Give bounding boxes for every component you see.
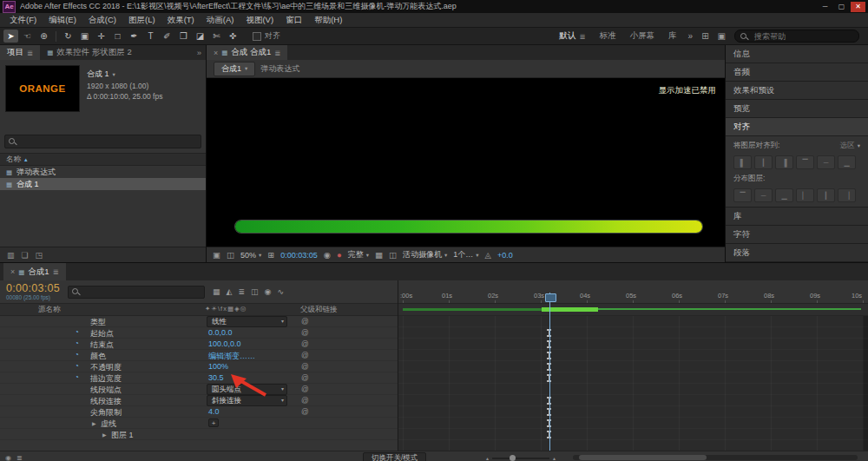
current-time-indicator[interactable] <box>549 293 550 451</box>
zoom-track[interactable] <box>492 458 549 459</box>
align-button[interactable]: ▔ <box>796 155 814 169</box>
shape-tool-icon[interactable]: □ <box>110 30 125 43</box>
timeline-option-icon[interactable]: ◉ <box>265 287 272 296</box>
property-value[interactable]: 0.0,0.0 <box>208 328 233 337</box>
align-to-dropdown[interactable]: 选区 ▾ <box>840 141 860 151</box>
toggle-switches-modes-button[interactable]: 切换开关/模式 <box>363 452 426 461</box>
stopwatch-icon[interactable]: ◔ <box>75 362 79 370</box>
timeline-corner-icon[interactable]: ◉ <box>5 454 11 461</box>
line-cap-dropdown[interactable]: 圆头端点 <box>207 384 287 395</box>
menu-item[interactable]: 图层(L) <box>122 13 161 27</box>
snapshot-icon[interactable]: ◉ <box>324 250 331 260</box>
property-link-icon[interactable]: @ <box>301 407 309 416</box>
panel-header[interactable]: 段落 <box>726 244 868 262</box>
align-button[interactable]: ─ <box>817 155 835 169</box>
minimize-button[interactable]: ─ <box>818 2 832 12</box>
zoom-in-icon[interactable]: ▴ <box>553 455 556 461</box>
timeline-option-icon[interactable]: ◫ <box>251 287 259 296</box>
property-row-line-join[interactable]: 线段连接 斜接连接 @ <box>0 395 398 406</box>
type-dropdown[interactable]: 线性 <box>207 316 287 327</box>
property-link-icon[interactable]: @ <box>301 396 309 405</box>
property-link-icon[interactable]: @ <box>301 362 309 371</box>
timeline-tab-comp1[interactable]: × ▦ 合成1 ≣ <box>3 263 66 280</box>
sync-settings-icon[interactable]: ▣ <box>714 31 729 41</box>
add-dash-button[interactable]: + <box>208 418 219 427</box>
selection-tool-icon[interactable]: ➤ <box>3 30 18 43</box>
current-timecode[interactable]: 0:00:03:05 <box>6 283 60 294</box>
property-row-stroke-width[interactable]: ◔ 描边宽度 30.5 @ <box>0 372 398 384</box>
menu-item[interactable]: 窗口 <box>279 13 308 27</box>
camera-tool-icon[interactable]: ▣ <box>77 30 92 43</box>
property-link-icon[interactable]: @ <box>301 385 309 393</box>
tab-overflow-icon[interactable]: » <box>193 45 206 60</box>
transparency-grid-icon[interactable]: ◫ <box>389 250 397 260</box>
line-join-dropdown[interactable]: 斜接连接 <box>207 395 287 406</box>
zoom-tool-icon[interactable]: ⊕ <box>36 30 51 43</box>
type-tool-icon[interactable]: T <box>143 30 158 43</box>
distribute-button[interactable]: ┃ <box>817 188 835 202</box>
property-row-start-point[interactable]: ◔ 起始点 0.0,0.0 @ <box>0 327 398 339</box>
timeline-zoom-slider[interactable]: ▴ ▴ <box>486 455 556 461</box>
comp-name[interactable]: 合成 1 ▾ <box>87 69 162 80</box>
distribute-button[interactable]: ▔ <box>733 188 752 202</box>
menu-item[interactable]: 文件(F) <box>3 13 43 27</box>
menu-item[interactable]: 编辑(E) <box>43 13 82 27</box>
property-value[interactable]: 4.0 <box>208 407 220 416</box>
help-search-input[interactable] <box>753 31 853 42</box>
pan-behind-tool-icon[interactable]: ✛ <box>94 30 108 43</box>
stroke-width-value[interactable]: 30.5 <box>208 373 224 382</box>
property-link-icon[interactable]: @ <box>301 339 309 348</box>
panel-header[interactable]: 音频 <box>726 63 868 82</box>
timeline-search-input[interactable] <box>84 286 201 297</box>
tab-effect-controls[interactable]: ▦ 效果控件 形状图层 2 <box>40 45 139 60</box>
property-group-dashes[interactable]: ▶ 虚线 + <box>0 418 398 429</box>
menu-item[interactable]: 动画(A) <box>201 13 240 27</box>
timeline-horizontal-scrollbar[interactable] <box>573 455 858 460</box>
project-footer-icon[interactable]: ▥ <box>7 251 15 260</box>
stopwatch-icon[interactable]: ◔ <box>75 373 79 381</box>
scrollbar-thumb[interactable] <box>579 455 707 460</box>
property-value[interactable]: 100.0,0.0 <box>208 339 241 348</box>
zoom-handle[interactable] <box>510 455 516 461</box>
property-link-icon[interactable]: @ <box>301 317 309 326</box>
align-button[interactable]: ▁ <box>838 155 856 169</box>
distribute-button[interactable]: ─ <box>754 188 773 202</box>
exposure-value[interactable]: +0.0 <box>497 251 513 260</box>
composition-viewport[interactable]: 显示加速已禁用 <box>207 78 725 247</box>
show-channel-icon[interactable]: ● <box>337 250 342 260</box>
project-footer-icon[interactable]: ❏ <box>22 251 29 260</box>
property-row-type[interactable]: 类型 线性 @ <box>0 316 398 327</box>
workspace-tab-library[interactable]: 库 <box>662 30 683 43</box>
panel-layout-icon[interactable]: ⊞ <box>698 31 712 41</box>
project-search-box[interactable] <box>4 135 201 148</box>
distribute-button[interactable]: ▕ <box>838 188 856 202</box>
magnification-icon[interactable]: ◫ <box>227 250 234 260</box>
panel-menu-icon[interactable]: ≣ <box>53 267 59 276</box>
project-item-row[interactable]: ▦ 弹动表达式 <box>0 166 206 178</box>
property-link-icon[interactable]: @ <box>301 351 309 359</box>
roto-brush-tool-icon[interactable]: ✄ <box>209 30 224 43</box>
stopwatch-icon[interactable]: ◔ <box>75 351 79 359</box>
distribute-button[interactable]: ▁ <box>775 188 793 202</box>
menu-item[interactable]: 效果(T) <box>161 13 201 27</box>
menu-item[interactable]: 帮助(H) <box>308 13 348 27</box>
resolution-dropdown[interactable]: 完整 ▾ <box>348 249 369 260</box>
property-row-miter-limit[interactable]: 尖角限制 4.0 @ <box>0 406 398 418</box>
camera-dropdown[interactable]: 活动摄像机 ▾ <box>403 249 447 260</box>
workspace-menu-icon[interactable]: ≣ <box>579 32 585 41</box>
stopwatch-icon[interactable]: ◔ <box>75 339 79 347</box>
timeline-option-icon[interactable]: ∿ <box>277 287 284 296</box>
tab-project[interactable]: 项目 ≣ <box>0 45 40 60</box>
comp-navigator-item[interactable]: 弹动表达式 <box>260 63 299 75</box>
panel-header[interactable]: 信息 <box>726 45 868 63</box>
puppet-pin-tool-icon[interactable]: ✜ <box>226 30 240 43</box>
property-row-color[interactable]: ◔ 颜色 编辑渐变…… @ <box>0 350 398 361</box>
property-row-line-cap[interactable]: 线段端点 圆头端点 @ <box>0 384 398 395</box>
project-list-header[interactable]: 名称 ▴ <box>0 153 206 166</box>
keyframe-graph-area[interactable] <box>398 316 868 451</box>
timeline-option-icon[interactable]: ◭ <box>227 287 233 296</box>
help-search-box[interactable] <box>734 30 859 43</box>
time-ruler[interactable]: :00s01s02s03s04s05s06s07s08s09s10s <box>398 280 868 304</box>
snap-option[interactable]: 对齐 <box>253 30 280 42</box>
project-search-input[interactable] <box>21 136 197 147</box>
